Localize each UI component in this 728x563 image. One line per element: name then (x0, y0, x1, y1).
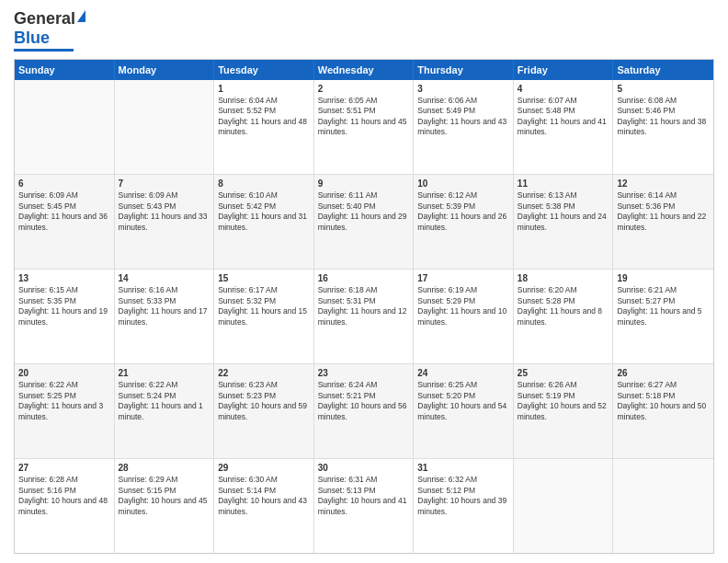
empty-cell (514, 459, 614, 553)
sunrise-text: Sunrise: 6:09 AM (18, 190, 78, 200)
daylight-text: Daylight: 10 hours and 39 minutes. (417, 496, 506, 515)
daylight-text: Daylight: 10 hours and 41 minutes. (318, 496, 407, 515)
empty-cell (15, 80, 115, 174)
sunset-text: Sunset: 5:14 PM (218, 486, 276, 495)
calendar-row-4: 20Sunrise: 6:22 AMSunset: 5:25 PMDayligh… (15, 364, 713, 459)
day-cell-2: 2Sunrise: 6:05 AMSunset: 5:51 PMDaylight… (314, 80, 415, 174)
sunrise-text: Sunrise: 6:31 AM (318, 475, 378, 484)
sunrise-text: Sunrise: 6:08 AM (617, 96, 677, 105)
day-number: 27 (18, 462, 110, 475)
daylight-text: Daylight: 10 hours and 45 minutes. (119, 496, 208, 515)
day-cell-4: 4Sunrise: 6:07 AMSunset: 5:48 PMDaylight… (514, 80, 614, 174)
sunset-text: Sunset: 5:29 PM (417, 296, 475, 305)
sunrise-text: Sunrise: 6:27 AM (617, 380, 677, 389)
daylight-text: Daylight: 11 hours and 45 minutes. (318, 117, 407, 136)
daylight-text: Daylight: 10 hours and 52 minutes. (518, 401, 607, 420)
sunrise-text: Sunrise: 6:20 AM (518, 285, 577, 294)
sunrise-text: Sunrise: 6:17 AM (218, 285, 278, 294)
day-number: 30 (318, 462, 410, 475)
sunrise-text: Sunrise: 6:18 AM (318, 285, 378, 294)
daylight-text: Daylight: 10 hours and 48 minutes. (18, 496, 108, 515)
weekday-header-tuesday: Tuesday (214, 60, 314, 80)
day-number: 24 (417, 367, 509, 380)
day-cell-14: 14Sunrise: 6:16 AMSunset: 5:33 PMDayligh… (115, 270, 215, 363)
sunrise-text: Sunrise: 6:04 AM (218, 96, 278, 105)
day-number: 1 (218, 83, 310, 96)
day-number: 18 (518, 272, 609, 285)
day-number: 12 (617, 178, 710, 190)
sunrise-text: Sunrise: 6:24 AM (318, 380, 378, 389)
sunset-text: Sunset: 5:18 PM (617, 391, 675, 400)
day-cell-22: 22Sunrise: 6:23 AMSunset: 5:23 PMDayligh… (214, 364, 314, 458)
daylight-text: Daylight: 11 hours and 3 minutes. (18, 401, 103, 420)
day-number: 29 (218, 462, 310, 475)
daylight-text: Daylight: 10 hours and 43 minutes. (218, 496, 307, 515)
sunrise-text: Sunrise: 6:13 AM (518, 190, 577, 200)
day-number: 2 (318, 83, 410, 96)
daylight-text: Daylight: 11 hours and 36 minutes. (18, 212, 108, 231)
daylight-text: Daylight: 11 hours and 43 minutes. (417, 117, 506, 136)
day-number: 26 (617, 367, 710, 380)
sunset-text: Sunset: 5:39 PM (417, 201, 475, 211)
logo-general-text: General (14, 9, 75, 29)
sunset-text: Sunset: 5:48 PM (518, 106, 575, 115)
sunset-text: Sunset: 5:24 PM (119, 391, 176, 400)
weekday-header-sunday: Sunday (15, 60, 115, 80)
sunrise-text: Sunrise: 6:14 AM (617, 190, 677, 200)
day-number: 22 (218, 367, 310, 380)
sunrise-text: Sunrise: 6:09 AM (119, 190, 178, 200)
sunrise-text: Sunrise: 6:19 AM (417, 285, 477, 294)
day-cell-31: 31Sunrise: 6:32 AMSunset: 5:12 PMDayligh… (414, 459, 514, 553)
sunrise-text: Sunrise: 6:29 AM (119, 475, 178, 484)
daylight-text: Daylight: 10 hours and 59 minutes. (218, 401, 307, 420)
daylight-text: Daylight: 11 hours and 38 minutes. (617, 117, 706, 136)
sunset-text: Sunset: 5:20 PM (417, 391, 475, 400)
sunrise-text: Sunrise: 6:28 AM (18, 475, 78, 484)
empty-cell (115, 80, 215, 174)
sunset-text: Sunset: 5:31 PM (318, 296, 376, 305)
calendar: SundayMondayTuesdayWednesdayThursdayFrid… (14, 59, 714, 555)
daylight-text: Daylight: 11 hours and 17 minutes. (119, 306, 208, 326)
day-cell-26: 26Sunrise: 6:27 AMSunset: 5:18 PMDayligh… (613, 364, 713, 458)
day-cell-17: 17Sunrise: 6:19 AMSunset: 5:29 PMDayligh… (414, 270, 514, 363)
calendar-body: 1Sunrise: 6:04 AMSunset: 5:52 PMDaylight… (15, 80, 713, 554)
daylight-text: Daylight: 11 hours and 12 minutes. (318, 306, 407, 326)
sunset-text: Sunset: 5:21 PM (318, 391, 376, 400)
sunrise-text: Sunrise: 6:15 AM (18, 285, 78, 294)
sunrise-text: Sunrise: 6:22 AM (119, 380, 178, 389)
sunset-text: Sunset: 5:25 PM (18, 391, 76, 400)
daylight-text: Daylight: 11 hours and 22 minutes. (617, 212, 706, 231)
day-number: 4 (518, 83, 609, 96)
sunset-text: Sunset: 5:32 PM (218, 296, 276, 305)
day-number: 20 (18, 367, 110, 380)
daylight-text: Daylight: 11 hours and 41 minutes. (518, 117, 607, 136)
daylight-text: Daylight: 11 hours and 15 minutes. (218, 306, 307, 326)
day-number: 19 (617, 272, 710, 285)
day-number: 10 (417, 178, 509, 190)
sunset-text: Sunset: 5:49 PM (417, 106, 475, 115)
sunset-text: Sunset: 5:23 PM (218, 391, 276, 400)
day-number: 9 (318, 178, 410, 190)
daylight-text: Daylight: 11 hours and 5 minutes. (617, 306, 701, 326)
sunset-text: Sunset: 5:12 PM (417, 486, 475, 495)
daylight-text: Daylight: 11 hours and 19 minutes. (18, 306, 108, 326)
sunrise-text: Sunrise: 6:26 AM (518, 380, 577, 389)
day-number: 6 (18, 178, 110, 190)
day-cell-16: 16Sunrise: 6:18 AMSunset: 5:31 PMDayligh… (314, 270, 415, 363)
daylight-text: Daylight: 11 hours and 8 minutes. (518, 306, 602, 326)
logo-blue-text: Blue (14, 29, 50, 48)
sunset-text: Sunset: 5:42 PM (218, 201, 276, 211)
day-cell-12: 12Sunrise: 6:14 AMSunset: 5:36 PMDayligh… (613, 175, 713, 269)
day-cell-6: 6Sunrise: 6:09 AMSunset: 5:45 PMDaylight… (15, 175, 115, 269)
weekday-header-thursday: Thursday (414, 60, 514, 80)
day-cell-27: 27Sunrise: 6:28 AMSunset: 5:16 PMDayligh… (15, 459, 115, 553)
logo-underline (14, 49, 74, 52)
sunrise-text: Sunrise: 6:10 AM (218, 190, 278, 200)
sunset-text: Sunset: 5:51 PM (318, 106, 376, 115)
day-number: 15 (218, 272, 310, 285)
header: General Blue (14, 9, 714, 52)
day-cell-3: 3Sunrise: 6:06 AMSunset: 5:49 PMDaylight… (414, 80, 514, 174)
sunset-text: Sunset: 5:15 PM (119, 486, 176, 495)
sunrise-text: Sunrise: 6:21 AM (617, 285, 677, 294)
sunset-text: Sunset: 5:27 PM (617, 296, 675, 305)
